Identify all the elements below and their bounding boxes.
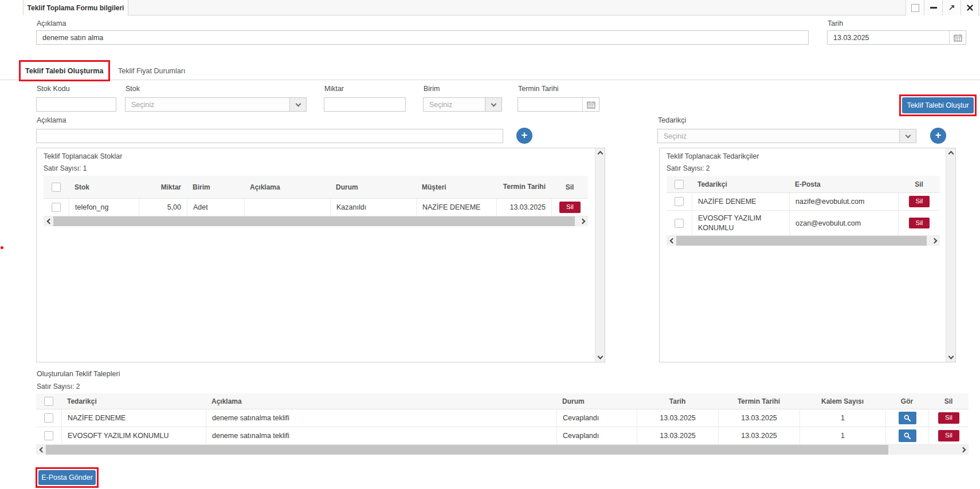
cell-stok: telefon_ng [69,199,139,216]
calendar-icon [587,101,595,109]
cell-tedarikci: EVOSOFT YAZILIM KONUMLU [692,211,789,235]
col-termin-tarihi: Termin Tarihi [718,393,799,409]
scroll-up-icon[interactable] [948,151,954,157]
stocks-panel-title: Teklif Toplanacak Stoklar [44,152,122,160]
termin-tarihi-calendar-button[interactable] [582,98,599,111]
scrollbar-thumb[interactable] [46,445,888,455]
view-request-button[interactable] [899,429,916,442]
stocks-table: Stok Miktar Birim Açıklama Durum Müşteri… [44,176,588,226]
close-button[interactable] [961,0,979,15]
scroll-left-icon[interactable] [36,445,46,455]
col-miktar: Miktar [139,176,187,198]
col-sil: Sil [898,176,940,192]
suppliers-table-row: NAZİFE DENEME nazife@evobulut.com Sil [667,193,940,211]
tedarikci-label: Tedarikçi [658,116,686,124]
tarih-calendar-button[interactable] [949,31,966,44]
birim-label: Birim [424,85,440,93]
scroll-left-icon[interactable] [44,216,53,226]
stok-kodu-label: Stok Kodu [37,85,70,93]
scroll-left-icon[interactable] [667,236,676,246]
restore-button[interactable] [905,0,924,15]
tedarikci-select-toggle[interactable] [899,129,916,143]
cell-kalem-sayisi: 1 [799,427,885,444]
scroll-up-icon[interactable] [597,151,603,157]
form-title: Teklif Toplama Formu bilgileri [28,4,124,12]
add-supplier-button[interactable]: + [930,128,946,144]
tab-teklif-talebi-olusturma[interactable]: Teklif Talebi Oluşturma [25,61,103,80]
cell-birim: Adet [187,199,244,216]
miktar-label: Miktar [324,85,344,93]
stok-select-placeholder: Seçiniz [126,101,289,109]
delete-supplier-button[interactable]: Sil [909,218,930,229]
scroll-right-icon[interactable] [959,445,969,455]
row-checkbox[interactable] [44,413,53,423]
cell-tarih: 13.03.2025 [637,427,718,444]
miktar-input[interactable] [324,97,406,112]
select-all-checkbox[interactable] [52,183,61,192]
app-window: Teklif Toplama Formu bilgileri Açıklama … [0,0,980,489]
delete-request-button[interactable]: Sil [938,430,959,441]
col-termin-tarihi: Termin Tarihi [496,176,551,198]
tarih-input[interactable]: 13.03.2025 [827,30,966,45]
cell-tedarikci: EVOSOFT YAZILIM KONUMLU [61,427,206,444]
stocks-vertical-scrollbar[interactable] [595,148,605,362]
row-checkbox[interactable] [675,219,684,228]
minimize-button[interactable] [924,0,942,15]
scroll-down-icon[interactable] [597,354,603,360]
plus-icon: + [935,129,942,141]
scroll-right-icon[interactable] [578,216,588,226]
suppliers-horizontal-scrollbar[interactable] [667,236,940,246]
select-all-checkbox[interactable] [675,180,684,189]
tab-label: Teklif Fiyat Durumları [118,67,185,75]
scroll-right-icon[interactable] [930,236,940,246]
stok-select[interactable]: Seçiniz [125,97,307,112]
stok-kodu-input[interactable] [36,97,116,112]
requests-horizontal-scrollbar[interactable] [36,445,969,455]
scrollbar-thumb[interactable] [676,236,927,246]
row-checkbox[interactable] [52,203,61,212]
cell-eposta: nazife@evobulut.com [789,193,898,210]
requests-table-row: EVOSOFT YAZILIM KONUMLU deneme satınalma… [36,427,969,445]
aciklama-header-label: Açıklama [37,19,66,27]
stok-select-toggle[interactable] [289,98,306,111]
maximize-icon [948,4,955,11]
suppliers-panel-title: Teklif Toplanacak Tedarikçiler [667,152,759,160]
stocks-horizontal-scrollbar[interactable] [44,216,588,226]
col-tedarikci: Tedarikçi [692,176,789,192]
suppliers-panel: Teklif Toplanacak Tedarikçiler Satır Say… [659,148,956,362]
termin-tarihi-input[interactable] [518,97,599,112]
cell-aciklama: deneme satınalma teklifi [206,409,556,427]
tedarikci-select[interactable]: Seçiniz [657,129,916,143]
view-request-button[interactable] [899,412,916,424]
col-gor: Gör [885,393,928,409]
col-musteri: Müşteri [416,176,496,198]
teklif-talebi-olustur-button[interactable]: Teklif Talebi Oluştur [902,97,974,113]
scroll-down-icon[interactable] [948,354,954,360]
delete-request-button[interactable]: Sil [938,412,959,424]
tarih-label: Tarih [828,19,843,27]
eposta-gonder-button[interactable]: E-Posta Gönder [38,470,96,485]
tab-label: Teklif Talebi Oluşturma [25,67,103,75]
col-kalem-sayisi: Kalem Sayısı [799,393,885,409]
aciklama-input[interactable] [36,129,503,143]
tab-teklif-fiyat-durumlari[interactable]: Teklif Fiyat Durumları [118,61,185,80]
delete-supplier-button[interactable]: Sil [909,196,930,207]
birim-select[interactable]: Seçiniz [423,97,502,112]
cell-tedarikci: NAZİFE DENEME [692,193,789,210]
cell-termin-tarihi: 13.03.2025 [496,199,551,216]
row-checkbox[interactable] [675,197,684,206]
birim-select-toggle[interactable] [485,98,501,111]
row-checkbox[interactable] [44,431,53,440]
scrollbar-thumb[interactable] [53,216,575,226]
suppliers-vertical-scrollbar[interactable] [946,148,955,362]
form-title-tab[interactable]: Teklif Toplama Formu bilgileri [23,0,128,15]
maximize-button[interactable] [942,0,961,15]
aciklama-header-input[interactable]: deneme satın alma [36,30,809,45]
delete-stock-button[interactable]: Sil [559,202,581,213]
chevron-down-icon [905,132,911,138]
birim-select-placeholder: Seçiniz [424,101,485,109]
select-all-checkbox[interactable] [44,397,53,406]
cell-tarih: 13.03.2025 [637,409,718,427]
add-stock-button[interactable]: + [516,128,532,144]
close-icon [967,5,973,11]
